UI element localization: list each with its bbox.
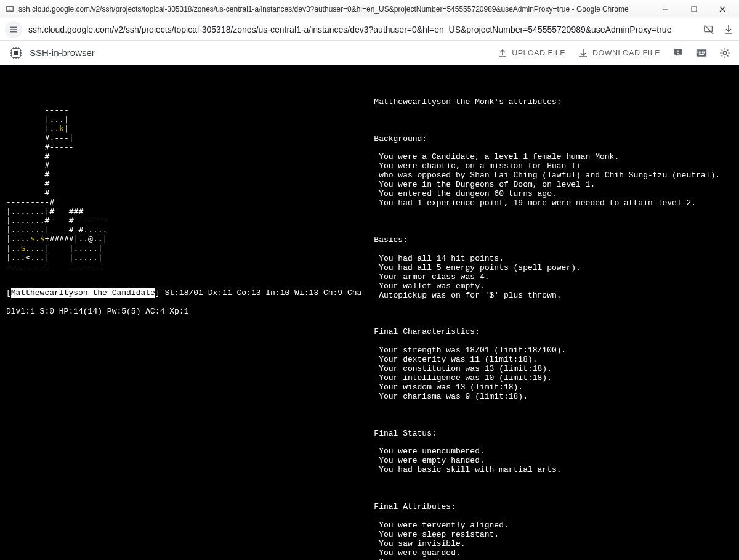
svg-rect-34 <box>700 50 701 51</box>
attr-line: You were chaotic, on a mission for Huan … <box>374 162 733 171</box>
attr-line: who was opposed by Shan Lai Ching (lawfu… <box>374 171 733 181</box>
attributes-title: Matthewcarltyson the Monk's attributes: <box>374 98 733 107</box>
attr-line: You had basic skill with martial arts. <box>374 466 733 475</box>
attr-line: Your charisma was 9 (limit:18). <box>374 392 733 402</box>
attr-line: You were fervently aligned. <box>374 521 733 530</box>
attr-line: You were sleep resistant. <box>374 530 733 540</box>
window-title: ssh.cloud.google.com/v2/ssh/projects/top… <box>18 5 652 14</box>
upload-file-label: UPLOAD FILE <box>512 49 565 57</box>
attr-line: Your dexterity was 11 (limit:18). <box>374 355 733 365</box>
svg-line-48 <box>722 49 723 51</box>
address-bar: ssh.cloud.google.com/v2/ssh/projects/top… <box>0 18 739 41</box>
player-name-highlight: Matthewcarltyson the Candidate <box>11 288 155 298</box>
attr-line: You were a Candidate, a level 1 female h… <box>374 153 733 162</box>
download-indicator-icon[interactable] <box>723 24 734 35</box>
ssh-toolbar: SSH-in-browser UPLOAD FILE DOWNLOAD FILE <box>0 41 739 65</box>
svg-rect-8 <box>10 29 17 30</box>
feedback-icon[interactable] <box>672 47 684 59</box>
svg-rect-38 <box>699 52 700 53</box>
attr-line: You were guarded. <box>374 549 733 558</box>
svg-point-43 <box>723 51 726 54</box>
svg-rect-4 <box>692 7 697 12</box>
attr-line: You entered the dungeon 60 turns ago. <box>374 190 733 199</box>
window-controls <box>652 0 737 18</box>
window-titlebar: >_ ssh.cloud.google.com/v2/ssh/projects/… <box>0 0 739 18</box>
svg-rect-41 <box>703 52 705 53</box>
attr-line: You had 1 experience point, 19 more were… <box>374 199 733 208</box>
attr-line: You had all 5 energy points (spell power… <box>374 264 733 273</box>
final-attrs-title: Final Attributes: <box>374 503 733 512</box>
game-map: ----- |...| |..k| #.---| #----- # # # # … <box>6 106 361 272</box>
attr-line: Autopickup was on for '$' plus thrown. <box>374 291 733 301</box>
svg-rect-42 <box>699 54 704 55</box>
terminal[interactable]: ----- |...| |..k| #.---| #----- # # # # … <box>0 65 739 560</box>
attr-line: Your strength was 18/01 (limit:18/100). <box>374 346 733 355</box>
download-icon <box>578 47 589 59</box>
attr-line: You were empty handed. <box>374 457 733 466</box>
upload-icon <box>497 47 508 59</box>
attr-line: You saw invisible. <box>374 540 733 549</box>
close-button[interactable] <box>708 0 737 18</box>
attr-line: Your constitution was 13 (limit:18). <box>374 365 733 374</box>
attr-line: Your armor class was 4. <box>374 273 733 282</box>
basics-title: Basics: <box>374 236 733 245</box>
svg-line-51 <box>722 55 723 56</box>
attr-line: Your wallet was empty. <box>374 282 733 291</box>
status-line-2: Dlvl:1 $:0 HP:14(14) Pw:5(5) AC:4 Xp:1 <box>6 307 361 317</box>
maximize-button[interactable] <box>680 0 708 18</box>
svg-rect-40 <box>702 52 703 53</box>
svg-rect-39 <box>700 52 701 53</box>
site-info-chip[interactable] <box>5 21 22 38</box>
ssh-chip-icon <box>9 46 23 60</box>
svg-rect-35 <box>702 50 703 51</box>
download-file-label: DOWNLOAD FILE <box>592 49 660 57</box>
svg-rect-36 <box>703 50 705 51</box>
minimize-button[interactable] <box>652 0 680 18</box>
svg-rect-32 <box>697 50 698 51</box>
final-chars-title: Final Characteristics: <box>374 328 733 337</box>
svg-line-49 <box>727 55 729 56</box>
svg-rect-30 <box>677 53 678 54</box>
window-favicon: >_ <box>5 4 15 14</box>
svg-line-50 <box>727 49 729 51</box>
game-left-pane: ----- |...| |..k| #.---| #----- # # # # … <box>6 89 361 560</box>
svg-rect-33 <box>699 50 700 51</box>
svg-rect-7 <box>10 26 17 28</box>
screen-share-blocked-icon[interactable] <box>703 24 714 35</box>
game-right-pane: Matthewcarltyson the Monk's attributes: … <box>374 89 733 560</box>
svg-rect-14 <box>14 51 18 55</box>
svg-rect-9 <box>10 31 17 33</box>
upload-file-button[interactable]: UPLOAD FILE <box>497 47 565 59</box>
background-title: Background: <box>374 135 733 144</box>
ssh-title: SSH-in-browser <box>30 47 497 58</box>
download-file-button[interactable]: DOWNLOAD FILE <box>578 47 660 59</box>
address-url[interactable]: ssh.cloud.google.com/v2/ssh/projects/top… <box>28 25 697 34</box>
final-status-title: Final Status: <box>374 429 733 439</box>
attr-line: Your intelligence was 10 (limit:18). <box>374 374 733 383</box>
svg-rect-29 <box>677 50 678 52</box>
keyboard-icon[interactable] <box>696 47 707 59</box>
attr-line: You had all 14 hit points. <box>374 254 733 264</box>
attr-line: You were in the Dungeons of Doom, on lev… <box>374 181 733 190</box>
attr-line: Your wisdom was 13 (limit:18). <box>374 383 733 392</box>
attr-line: You were unencumbered. <box>374 447 733 457</box>
settings-gear-icon[interactable] <box>719 47 730 59</box>
svg-rect-37 <box>697 52 698 53</box>
svg-text:>_: >_ <box>8 7 12 10</box>
status-line-1: [Matthewcarltyson the Candidate] St:18/0… <box>6 289 361 298</box>
